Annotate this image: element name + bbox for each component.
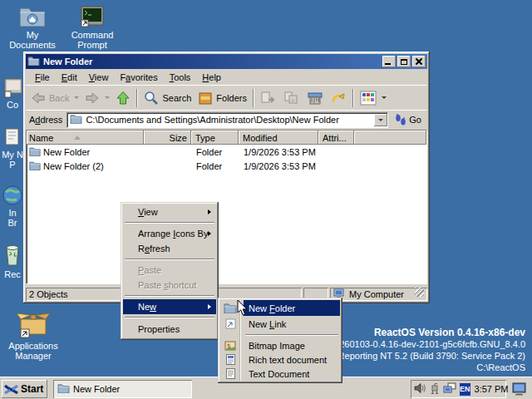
minimize-icon — [385, 63, 391, 65]
folders-icon — [197, 90, 214, 106]
column-header-attributes[interactable]: Attri... — [318, 131, 354, 145]
globe-icon — [0, 185, 25, 206]
window-folder-icon — [27, 56, 40, 67]
file-row[interactable]: New Folder Folder 1/9/2026 3:53 PM — [27, 145, 426, 159]
desktop-icon-applications-manager[interactable]: Applications Manager — [0, 309, 66, 361]
desktop-icon-recycle-bin[interactable]: Rec — [0, 243, 25, 279]
context-menu-item-paste[interactable]: Paste — [123, 263, 216, 278]
desktop-icon-command-prompt[interactable]: Command Prompt — [66, 5, 118, 50]
up-button[interactable] — [112, 88, 134, 108]
desktop-icon-label: Command Prompt — [66, 30, 118, 50]
language-indicator[interactable]: EN — [460, 383, 470, 396]
window-titlebar[interactable]: New Folder — [26, 54, 427, 69]
maximize-button[interactable] — [397, 56, 411, 67]
forward-dropdown-icon[interactable] — [105, 96, 110, 99]
rich-text-document-icon — [220, 352, 240, 367]
menu-favorites[interactable]: Favorites — [114, 71, 163, 84]
folders-button[interactable]: Folders — [195, 88, 250, 108]
forward-button[interactable] — [81, 88, 112, 108]
file-name: New Folder — [43, 147, 90, 157]
version-line-2: 0260103-0.4.16-dev-2101-g5c6fcfb.GNU_8.4… — [334, 338, 525, 350]
menu-separator — [125, 259, 214, 260]
taskbar-task-new-folder[interactable]: New Folder — [53, 380, 192, 398]
desktop-icon-label: My Documents — [7, 30, 58, 50]
undo-button[interactable] — [327, 88, 350, 108]
column-header-name[interactable]: Name — [27, 131, 144, 145]
desktop-icon-label: In — [0, 208, 25, 218]
menu-file[interactable]: File — [29, 71, 56, 84]
menu-help[interactable]: Help — [196, 71, 227, 84]
address-dropdown-button[interactable] — [374, 114, 387, 126]
os-version-text: ReactOS Version 0.4.16-x86-dev 0260103-0… — [334, 327, 525, 373]
service-tray-icon[interactable] — [430, 382, 440, 396]
column-header-size[interactable]: Size — [144, 131, 191, 145]
command-prompt-icon — [66, 5, 118, 28]
views-grid-icon — [359, 90, 377, 106]
undo-icon — [329, 90, 347, 106]
desktop-icon-my-network-places[interactable]: My N P — [0, 126, 25, 170]
copy-to-button[interactable] — [280, 88, 303, 108]
submenu-item-rich-text-document[interactable]: Rich text document — [220, 352, 340, 367]
close-button[interactable] — [412, 56, 426, 67]
resize-grip[interactable] — [415, 288, 424, 297]
network-tray-icon[interactable] — [443, 382, 456, 396]
toolbar-separator — [136, 89, 138, 107]
column-header-type[interactable]: Type — [191, 131, 239, 145]
version-line-1: ReactOS Version 0.4.16-x86-dev — [334, 327, 525, 338]
file-name: New Folder (2) — [43, 161, 104, 171]
address-input[interactable]: C:\Documents and Settings\Administrator\… — [66, 112, 388, 128]
views-dropdown-icon[interactable] — [382, 96, 387, 99]
recycle-bin-icon — [0, 243, 25, 268]
context-menu-item-new[interactable]: New — [123, 299, 216, 314]
column-header-modified[interactable]: Modified — [239, 131, 318, 145]
volume-icon[interactable] — [414, 382, 426, 396]
desktop-icon-my-documents[interactable]: My Documents — [7, 5, 58, 50]
start-button[interactable]: Start — [2, 380, 47, 398]
minimize-button[interactable] — [382, 56, 396, 67]
submenu-item-bitmap-image[interactable]: Bitmap Image — [220, 338, 340, 352]
address-label: Address — [29, 115, 62, 125]
taskbar-clock[interactable]: 3:57 PM — [475, 384, 509, 394]
views-button[interactable] — [357, 88, 389, 108]
desktop-icon-partial-1[interactable]: Co — [0, 76, 25, 110]
go-feet-icon — [395, 114, 406, 126]
reactos-logo-icon — [4, 383, 18, 396]
back-dropdown-icon[interactable] — [74, 96, 79, 99]
menu-separator — [125, 222, 214, 224]
version-line-4: C:\ReactOS — [334, 362, 525, 373]
context-menu-item-arrange-icons-by[interactable]: Arrange Icons By — [123, 226, 216, 241]
toolbar: Back Search Folders — [26, 85, 427, 110]
desktop-icon-label: Br — [0, 218, 25, 228]
system-tray: EN 3:57 PM — [411, 380, 506, 398]
search-button[interactable]: Search — [140, 88, 195, 108]
go-button[interactable]: Go — [392, 113, 424, 127]
menu-view[interactable]: View — [83, 71, 115, 84]
window-title: New Folder — [43, 57, 381, 66]
back-button[interactable]: Back — [27, 88, 81, 108]
context-menu-item-paste-shortcut[interactable]: Paste shortcut — [123, 278, 216, 293]
applications-manager-box-icon — [0, 309, 66, 339]
menu-tools[interactable]: Tools — [164, 71, 197, 84]
desktop: My Documents Command Prompt Co — [0, 0, 532, 399]
desktop-icon-label: P — [0, 160, 25, 170]
menu-edit[interactable]: Edit — [56, 71, 83, 84]
explorer-window: New Folder File Edit View Favorites Tool… — [23, 52, 430, 303]
menu-separator — [245, 334, 338, 336]
file-row[interactable]: New Folder (2) Folder 1/9/2026 3:53 PM — [27, 159, 426, 173]
move-to-button[interactable] — [257, 88, 280, 108]
desktop-icon-internet-browser[interactable]: In Br — [0, 185, 25, 228]
submenu-item-text-document[interactable]: Text Document — [220, 367, 340, 381]
desktop-icon-label: My N — [0, 150, 25, 160]
show-desktop-monitor-icon[interactable] — [512, 382, 528, 397]
context-menu-item-properties[interactable]: Properties — [123, 321, 216, 337]
address-value: C:\Documents and Settings\Administrator\… — [86, 115, 374, 125]
context-menu-item-refresh[interactable]: Refresh — [123, 241, 216, 256]
desktop-icon-label: Applications Manager — [0, 341, 66, 361]
delete-button[interactable] — [303, 88, 327, 108]
text-document-icon — [220, 367, 240, 381]
chevron-down-icon — [378, 119, 383, 121]
context-menu-item-view[interactable]: View — [123, 204, 216, 219]
start-label: Start — [21, 383, 43, 395]
mouse-cursor — [237, 299, 249, 318]
folder-icon — [29, 146, 41, 158]
